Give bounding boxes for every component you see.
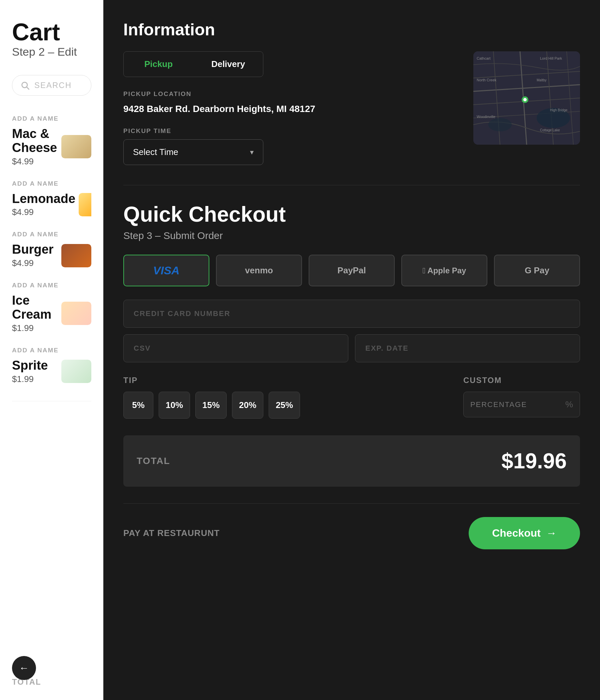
tip-15[interactable]: 15% (195, 392, 227, 419)
exp-field[interactable]: EXP. DATE (355, 334, 580, 362)
cart-item-mac-name: Mac & Cheese (12, 127, 58, 155)
svg-text:Lord Hill Park: Lord Hill Park (540, 56, 562, 60)
checkout-step-action: – Submit Order (155, 230, 223, 241)
exp-placeholder: EXP. DATE (365, 344, 409, 352)
cart-title: Cart (12, 20, 91, 44)
payment-btn-applepay[interactable]:  Apple Pay (401, 255, 488, 286)
cart-item-sprite-price: $1.99 (12, 374, 58, 384)
cart-item-icecream-info: Ice Cream $1.99 (12, 294, 58, 333)
tip-percent-sign: % (565, 399, 573, 410)
step-action: – Edit (48, 45, 77, 58)
item-label-4: ADD A NAME (12, 282, 91, 289)
main-panel: Information Pickup Delivery PICKUP LOCAT… (103, 0, 600, 700)
venmo-label: venmo (245, 265, 273, 276)
tab-group: Pickup Delivery (123, 51, 263, 77)
search-bar[interactable]: SEARCH (12, 75, 91, 96)
tip-options: 5% 10% 15% 20% 25% (123, 392, 457, 419)
svg-text:Cottage Lake: Cottage Lake (540, 128, 560, 132)
svg-text:Cathcart: Cathcart (477, 56, 491, 60)
chevron-down-icon: ▾ (250, 148, 254, 157)
search-placeholder: SEARCH (34, 81, 72, 90)
pickup-location-label: PICKUP LOCATION (123, 90, 460, 98)
cart-item-mac-info: Mac & Cheese $4.99 (12, 127, 58, 167)
cart-item-burger-price: $4.99 (12, 258, 58, 268)
tab-pickup[interactable]: Pickup (124, 52, 193, 77)
pickup-location-value: 9428 Baker Rd. Dearborn Heights, MI 4812… (123, 102, 460, 115)
checkout-step: Step 3 – Submit Order (123, 230, 580, 241)
visa-label: VISA (153, 264, 179, 277)
section-divider (123, 185, 580, 185)
cart-item-lemonade-price: $4.99 (12, 207, 75, 217)
cart-item-lemonade-info: Lemonade $4.99 (12, 192, 75, 218)
payment-btn-gpay[interactable]: G Pay (494, 255, 580, 286)
cart-item-mac: Mac & Cheese $4.99 (12, 127, 91, 167)
tip-label: TIP (123, 376, 457, 385)
checkout-btn-label: Checkout (492, 527, 541, 539)
back-arrow-icon: ← (19, 662, 29, 674)
tip-25[interactable]: 25% (269, 392, 300, 419)
map-container: Cathcart Lord Hill Park North Creek Malt… (473, 51, 580, 145)
footer: PAY AT RESTAURUNT Checkout → (123, 503, 580, 566)
svg-point-14 (523, 98, 527, 101)
cart-item-burger-info: Burger $4.99 (12, 243, 58, 268)
csv-placeholder: CSV (134, 344, 151, 352)
pickup-delivery-row: Pickup Delivery PICKUP LOCATION 9428 Bak… (123, 51, 580, 165)
search-icon (20, 81, 30, 90)
pay-at-restaurant[interactable]: PAY AT RESTAURUNT (123, 528, 220, 538)
info-title: Information (123, 20, 580, 39)
svg-text:High Bridge: High Bridge (550, 108, 568, 112)
checkout-title: Quick Checkout (123, 202, 580, 227)
cart-item-lemonade-name: Lemonade (12, 192, 75, 206)
cart-item-sprite-name: Sprite (12, 359, 58, 373)
select-time-dropdown[interactable]: Select Time ▾ (123, 139, 263, 165)
cart-item-burger: Burger $4.99 (12, 243, 91, 268)
map-svg: Cathcart Lord Hill Park North Creek Malt… (473, 51, 580, 145)
csv-field[interactable]: CSV (123, 334, 348, 362)
gpay-label: G Pay (525, 265, 549, 276)
cart-item-mac-price: $4.99 (12, 156, 58, 167)
tip-5[interactable]: 5% (123, 392, 153, 419)
tab-delivery[interactable]: Delivery (193, 52, 263, 77)
tip-custom-label: CUSTOM (463, 376, 580, 385)
cart-item-burger-name: Burger (12, 243, 58, 257)
tip-custom-input[interactable] (470, 400, 562, 409)
cart-item-icecream-name: Ice Cream (12, 294, 58, 322)
pickup-time-label: PICKUP TIME (123, 127, 460, 135)
payment-btn-paypal[interactable]: PayPal (309, 255, 395, 286)
total-amount: $19.96 (501, 449, 567, 473)
tip-row: TIP 5% 10% 15% 20% 25% CUSTOM % (123, 376, 580, 419)
cart-item-sprite-info: Sprite $1.99 (12, 359, 58, 384)
step-colored: Step 2 (12, 45, 45, 58)
cart-item-lemonade: Lemonade $4.99 (12, 192, 91, 218)
total-box: TOTAL $19.96 (123, 435, 580, 487)
payment-methods: VISA venmo PayPal  Apple Pay G Pay (123, 255, 580, 286)
item-label-1: ADD A NAME (12, 115, 91, 122)
checkout-button[interactable]: Checkout → (469, 517, 580, 549)
map-background: Cathcart Lord Hill Park North Creek Malt… (473, 51, 580, 145)
apple-icon:  (423, 266, 426, 275)
applepay-label:  Apple Pay (423, 266, 466, 275)
payment-btn-visa[interactable]: VISA (123, 255, 209, 286)
svg-text:North Creek: North Creek (477, 78, 497, 82)
cart-step: Step 2 – Edit (12, 45, 91, 58)
item-label-3: ADD A NAME (12, 231, 91, 238)
item-label-5: ADD A NAME (12, 347, 91, 354)
cart-item-sprite: Sprite $1.99 (12, 359, 91, 384)
back-button[interactable]: ← (12, 656, 36, 680)
cart-item-icecream-price: $1.99 (12, 323, 58, 333)
tip-20[interactable]: 20% (232, 392, 263, 419)
tip-10[interactable]: 10% (159, 392, 190, 419)
credit-card-field[interactable]: CREDIT CARD NUMBER (123, 300, 580, 328)
pickup-delivery-left: Pickup Delivery PICKUP LOCATION 9428 Bak… (123, 51, 460, 165)
cart-item-mac-img (61, 135, 91, 158)
total-label: TOTAL (137, 456, 170, 466)
cart-item-list: ADD A NAME Mac & Cheese $4.99 ADD A NAME… (12, 112, 91, 398)
svg-line-1 (27, 87, 29, 89)
payment-btn-venmo[interactable]: venmo (216, 255, 302, 286)
select-time-text: Select Time (133, 147, 178, 157)
paypal-label: PayPal (338, 265, 366, 276)
sidebar: Cart Step 2 – Edit SEARCH ADD A NAME Mac… (0, 0, 103, 700)
tip-custom-field[interactable]: % (463, 392, 580, 417)
svg-point-12 (488, 118, 512, 131)
item-label-2: ADD A NAME (12, 180, 91, 188)
